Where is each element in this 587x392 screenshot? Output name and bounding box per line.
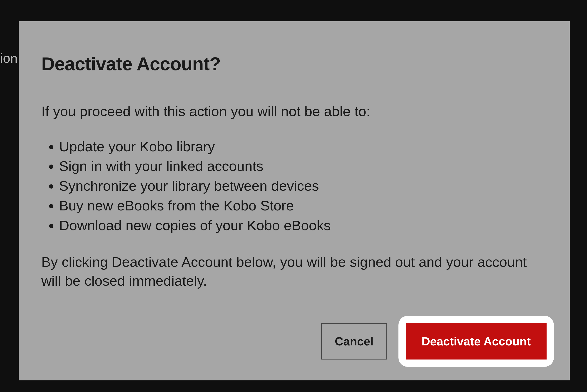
modal-button-row: Cancel Deactivate Account	[321, 316, 554, 367]
modal-intro-text: If you proceed with this action you will…	[41, 102, 547, 121]
list-item: Update your Kobo library	[59, 137, 547, 156]
list-item: Download new copies of your Kobo eBooks	[59, 216, 547, 236]
cancel-button[interactable]: Cancel	[321, 323, 387, 360]
list-item: Sign in with your linked accounts	[59, 156, 547, 176]
background-text-fragment: ion	[0, 50, 17, 66]
deactivate-account-button[interactable]: Deactivate Account	[406, 323, 547, 360]
list-item: Buy new eBooks from the Kobo Store	[59, 196, 547, 216]
modal-title: Deactivate Account?	[41, 53, 547, 74]
deactivate-account-modal: Deactivate Account? If you proceed with …	[19, 21, 570, 380]
primary-button-highlight: Deactivate Account	[398, 316, 554, 367]
list-item: Synchronize your library between devices	[59, 176, 547, 196]
modal-outro-text: By clicking Deactivate Account below, yo…	[41, 252, 547, 290]
consequences-list: Update your Kobo library Sign in with yo…	[41, 137, 547, 236]
